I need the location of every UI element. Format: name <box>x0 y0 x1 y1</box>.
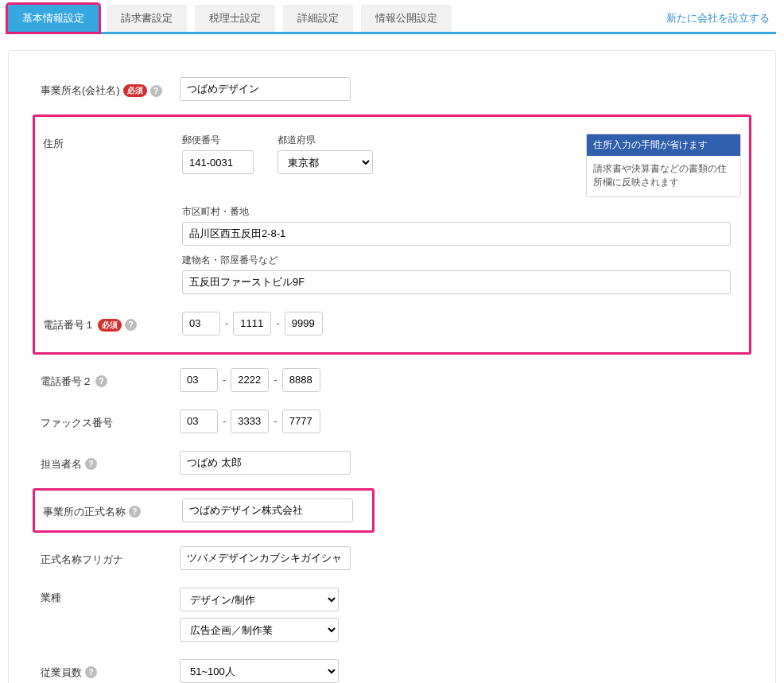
phone2-a-input[interactable] <box>180 368 218 392</box>
label-official-name: 事業所の正式名称 ? <box>43 502 182 519</box>
required-badge: 必須 <box>98 319 122 332</box>
label-industry: 業種 <box>41 588 180 605</box>
address-note: 住所入力の手間が省けます 請求書や決算書などの書類の住所欄に反映されます <box>586 134 741 197</box>
phone1-b-input[interactable] <box>233 312 271 336</box>
field-company-name <box>180 77 743 101</box>
label-phone1: 電話番号１ 必須 ? <box>43 315 182 332</box>
separator: - <box>274 415 277 427</box>
tab-detail[interactable]: 詳細設定 <box>283 5 353 32</box>
note-body: 請求書や決算書などの書類の住所欄に反映されます <box>587 156 740 196</box>
postal-block: 郵便番号 <box>182 134 254 174</box>
prefecture-select[interactable]: 東京都 <box>278 150 373 174</box>
label-fax: ファックス番号 <box>41 413 180 430</box>
help-icon[interactable]: ? <box>150 85 162 97</box>
field-official-kana <box>180 546 743 570</box>
tab-public[interactable]: 情報公開設定 <box>361 5 452 32</box>
separator: - <box>225 317 228 329</box>
row-address: 住所 郵便番号 都道府県 東京都 <box>43 125 741 303</box>
prefecture-label: 都道府県 <box>278 134 373 147</box>
building-block: 建物名・部屋番号など <box>182 254 741 294</box>
row-contact: 担当者名 ? <box>41 442 743 483</box>
phone1-c-input[interactable] <box>285 312 323 336</box>
help-icon[interactable]: ? <box>85 666 97 678</box>
phone2-b-input[interactable] <box>231 368 269 392</box>
new-company-link[interactable]: 新たに会社を設立する <box>666 11 776 25</box>
label-text: 業種 <box>41 591 61 605</box>
fax-b-input[interactable] <box>231 409 269 433</box>
prefecture-block: 都道府県 東京都 <box>278 134 373 174</box>
field-employees: 51~100人 <box>180 659 743 683</box>
row-fax: ファックス番号 - - <box>41 401 743 442</box>
label-text: 事業所名(会社名) <box>41 83 120 98</box>
label-official-kana: 正式名称フリガナ <box>41 549 180 567</box>
contact-input[interactable] <box>180 451 351 475</box>
postal-pref-group: 郵便番号 都道府県 東京都 <box>182 134 562 174</box>
label-text: 担当者名 <box>41 457 82 472</box>
fax-a-input[interactable] <box>180 409 218 433</box>
label-text: 住所 <box>43 137 64 151</box>
settings-panel: 事業所名(会社名) 必須 ? 住所 郵便番号 <box>8 50 776 683</box>
tab-tax[interactable]: 税理士設定 <box>195 5 275 32</box>
row-employees: 従業員数 ? 51~100人 <box>41 650 743 684</box>
help-icon[interactable]: ? <box>95 375 107 387</box>
label-contact: 担当者名 ? <box>41 454 180 472</box>
industry2-select[interactable]: 広告企画／制作業 <box>180 618 339 642</box>
row-official-name: 事業所の正式名称 ? <box>43 499 364 522</box>
tab-basic[interactable]: 基本情報設定 <box>8 5 99 32</box>
field-fax: - - <box>180 409 743 433</box>
highlight-official-name: 事業所の正式名称 ? <box>33 488 375 533</box>
label-text: 電話番号１ <box>43 318 95 332</box>
separator: - <box>276 317 279 329</box>
field-industry: デザイン/制作 広告企画／制作業 <box>180 588 743 642</box>
label-text: 従業員数 <box>41 666 82 680</box>
employees-select[interactable]: 51~100人 <box>180 659 339 683</box>
field-phone1: - - <box>182 312 741 336</box>
label-text: 電話番号２ <box>41 374 92 389</box>
city-label: 市区町村・番地 <box>182 205 741 219</box>
separator: - <box>274 374 277 386</box>
help-icon[interactable]: ? <box>125 319 137 331</box>
help-icon[interactable]: ? <box>85 458 97 470</box>
note-title: 住所入力の手間が省けます <box>587 134 740 156</box>
row-industry: 業種 デザイン/制作 広告企画／制作業 <box>41 579 743 650</box>
row-phone1: 電話番号１ 必須 ? - - <box>43 303 741 344</box>
field-phone2: - - <box>180 368 743 392</box>
label-phone2: 電話番号２ ? <box>41 371 180 389</box>
row-company-name: 事業所名(会社名) 必須 ? <box>41 68 743 110</box>
field-official-name <box>182 499 364 522</box>
city-block: 市区町村・番地 <box>182 205 741 246</box>
official-kana-input[interactable] <box>180 546 351 570</box>
label-employees: 従業員数 ? <box>41 662 180 680</box>
tab-invoice[interactable]: 請求書設定 <box>107 5 187 32</box>
label-text: ファックス番号 <box>41 416 113 430</box>
separator: - <box>223 374 226 386</box>
label-address: 住所 <box>43 134 182 151</box>
industry1-select[interactable]: デザイン/制作 <box>180 588 339 611</box>
official-name-input[interactable] <box>182 499 353 522</box>
postal-label: 郵便番号 <box>182 134 254 147</box>
phone2-c-input[interactable] <box>282 368 320 392</box>
help-icon[interactable]: ? <box>129 506 141 518</box>
label-text: 事業所の正式名称 <box>43 505 126 519</box>
phone1-a-input[interactable] <box>182 312 220 336</box>
building-input[interactable] <box>182 270 731 294</box>
company-name-input[interactable] <box>180 77 351 101</box>
separator: - <box>223 415 226 427</box>
field-address: 郵便番号 都道府県 東京都 住所入力の手間が省けます 請求書や決算書などの書類の… <box>182 134 741 294</box>
field-contact <box>180 451 743 475</box>
row-official-kana: 正式名称フリガナ <box>41 537 743 579</box>
label-text: 正式名称フリガナ <box>41 553 123 567</box>
required-badge: 必須 <box>123 84 147 97</box>
address-left: 郵便番号 都道府県 東京都 <box>182 134 562 174</box>
top-bar: 基本情報設定 請求書設定 税理士設定 詳細設定 情報公開設定 新たに会社を設立す… <box>8 0 776 34</box>
highlight-address-phone: 住所 郵便番号 都道府県 東京都 <box>33 114 751 355</box>
label-company-name: 事業所名(会社名) 必須 ? <box>41 80 180 98</box>
row-phone2: 電話番号２ ? - - <box>41 359 743 401</box>
postal-input[interactable] <box>182 150 254 174</box>
fax-c-input[interactable] <box>282 409 320 433</box>
building-label: 建物名・部屋番号など <box>182 254 741 267</box>
tabs: 基本情報設定 請求書設定 税理士設定 詳細設定 情報公開設定 <box>8 5 452 32</box>
address-top-row: 郵便番号 都道府県 東京都 住所入力の手間が省けます 請求書や決算書などの書類の… <box>182 134 741 197</box>
city-input[interactable] <box>182 222 731 246</box>
